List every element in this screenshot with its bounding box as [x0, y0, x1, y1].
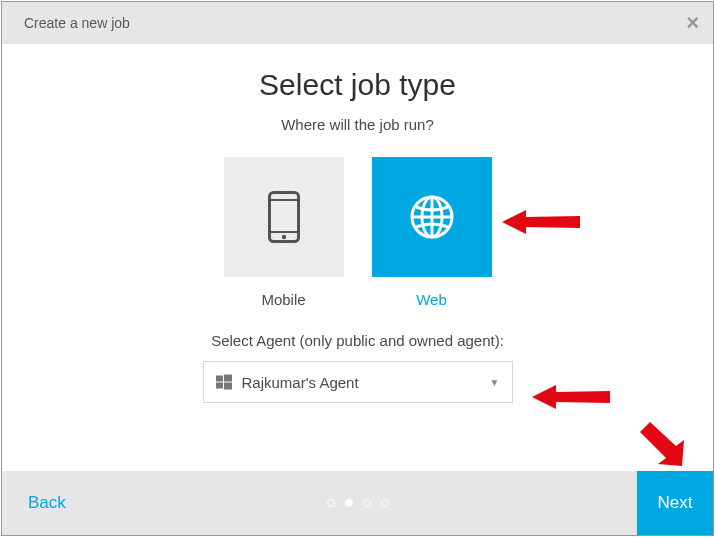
job-type-labels: Mobile Web: [42, 291, 673, 308]
dialog-header: Create a new job ×: [2, 2, 713, 44]
step-dot-2: [345, 499, 353, 507]
agent-select[interactable]: Rajkumar's Agent ▼: [203, 361, 513, 403]
page-title: Select job type: [42, 68, 673, 102]
job-type-options: [42, 157, 673, 277]
back-button[interactable]: Back: [28, 493, 66, 513]
chevron-down-icon: ▼: [490, 377, 500, 388]
step-dot-3: [363, 499, 371, 507]
page-subtitle: Where will the job run?: [42, 116, 673, 133]
job-type-web[interactable]: [372, 157, 492, 277]
svg-point-3: [281, 235, 285, 239]
close-icon[interactable]: ×: [686, 12, 699, 34]
dialog-footer: Back Next: [2, 471, 713, 535]
next-button[interactable]: Next: [637, 471, 713, 535]
mobile-icon: [268, 191, 300, 243]
svg-rect-10: [216, 383, 223, 389]
agent-select-label: Select Agent (only public and owned agen…: [42, 332, 673, 349]
svg-rect-9: [224, 375, 232, 382]
svg-rect-11: [224, 383, 232, 390]
dialog-title: Create a new job: [24, 15, 130, 31]
job-type-mobile[interactable]: [224, 157, 344, 277]
step-dot-1: [327, 499, 335, 507]
job-type-web-label: Web: [372, 291, 492, 308]
step-dot-4: [381, 499, 389, 507]
job-type-mobile-label: Mobile: [224, 291, 344, 308]
globe-icon: [408, 193, 456, 241]
svg-rect-8: [216, 376, 223, 382]
windows-icon: [216, 374, 232, 390]
agent-select-value: Rajkumar's Agent: [242, 374, 490, 391]
dialog: Create a new job × Select job type Where…: [1, 1, 714, 536]
step-indicator: [327, 499, 389, 507]
dialog-body: Select job type Where will the job run?: [2, 44, 713, 472]
